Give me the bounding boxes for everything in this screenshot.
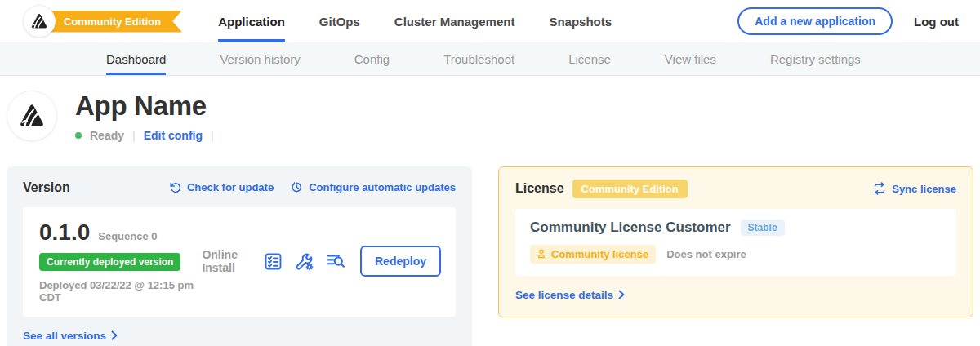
release-notes-icon [263,251,283,272]
chevron-right-icon [618,290,625,299]
app-avatar [7,91,57,141]
replicated-logo[interactable] [23,5,56,38]
license-card-title: License [515,181,564,196]
top-nav-right: Add a new application Log out [737,7,959,35]
currently-deployed-badge: Currently deployed version [39,253,180,271]
chevron-right-icon [111,330,118,340]
add-new-application-button[interactable]: Add a new application [737,7,893,35]
edit-config-link[interactable]: Edit config [144,129,203,142]
logout-button[interactable]: Log out [914,15,959,29]
expiry-text: Does not expire [666,248,746,260]
tab-license[interactable]: License [568,42,611,75]
configure-automatic-updates-link[interactable]: Configure automatic updates [290,180,456,194]
version-info: 0.1.0 Sequence 0 Currently deployed vers… [39,220,202,304]
current-version-box: 0.1.0 Sequence 0 Currently deployed vers… [23,207,456,317]
tab-config[interactable]: Config [354,42,390,75]
nav-item-snapshots[interactable]: Snapshots [549,0,612,42]
app-sub-nav: Dashboard Version history Config Trouble… [0,42,980,76]
primary-nav: Application GitOps Cluster Management Sn… [218,0,612,42]
tab-view-files[interactable]: View files [665,42,716,75]
app-status-row: Ready | Edit config | [75,129,214,142]
auto-update-clock-icon [290,180,304,194]
app-header: App Name Ready | Edit config | [0,76,980,142]
community-edition-ribbon: Community Edition [39,11,182,33]
status-text: Ready [90,129,124,142]
version-number: 0.1.0 [39,220,90,246]
redeploy-button[interactable]: Redeploy [360,246,441,277]
nav-item-application[interactable]: Application [218,0,285,42]
see-license-details-link[interactable]: See license details [515,289,956,301]
community-edition-badge: Community Edition [572,180,688,198]
replicated-logo-icon [29,11,49,31]
see-all-versions-link[interactable]: See all versions [23,330,456,342]
tab-troubleshoot[interactable]: Troubleshoot [443,42,514,75]
tab-dashboard[interactable]: Dashboard [106,42,166,75]
replicated-logo-icon [17,101,47,131]
edit-config-button[interactable] [294,251,314,272]
divider: | [211,129,214,142]
license-info-box: Community License Customer Stable Commun… [515,209,956,276]
dashboard-cards: Version Check for update Configure au [0,166,980,346]
person-icon [536,248,547,260]
top-nav-bar: Community Edition Application GitOps Clu… [0,0,980,42]
refresh-icon [169,181,182,194]
license-type-badge: Community license [530,245,656,264]
version-controls: Online Install [202,246,441,277]
release-notes-button[interactable] [263,251,283,272]
sync-license-link[interactable]: Sync license [872,181,956,196]
nav-item-gitops[interactable]: GitOps [319,0,360,42]
view-diff-button[interactable] [325,251,346,272]
sequence-label: Sequence 0 [98,230,157,242]
status-dot-icon [75,132,82,139]
nav-item-cluster-management[interactable]: Cluster Management [394,0,515,42]
divider: | [132,129,136,142]
version-card-title: Version [23,180,70,195]
tab-version-history[interactable]: Version history [220,42,300,75]
brand: Community Edition [23,5,182,38]
app-header-text: App Name Ready | Edit config | [75,91,214,142]
wrench-gear-icon [294,251,314,272]
version-card: Version Check for update Configure au [7,166,472,346]
page-title: App Name [75,91,214,122]
diff-magnifier-icon [325,251,346,272]
tab-registry-settings[interactable]: Registry settings [770,42,861,75]
customer-name: Community License Customer [530,220,731,236]
license-card: License Community Edition Sync license C… [498,166,973,317]
sync-icon [872,181,887,196]
check-for-update-link[interactable]: Check for update [169,180,274,194]
install-type-label: Online Install [202,248,250,274]
deployed-timestamp: Deployed 03/22/22 @ 12:15 pm CDT [39,279,202,304]
channel-badge: Stable [741,220,785,236]
